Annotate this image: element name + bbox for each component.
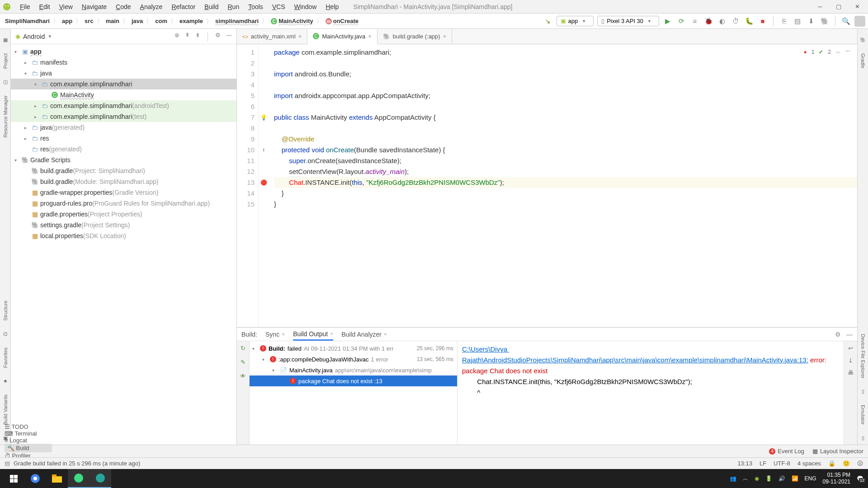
- soft-wrap-icon[interactable]: ↩: [848, 345, 853, 352]
- coverage-icon[interactable]: ◐: [717, 16, 727, 26]
- tree-settings-icon[interactable]: ⚙: [215, 32, 221, 42]
- debug-icon[interactable]: 🐞: [703, 16, 713, 26]
- apply-code-icon[interactable]: ≡: [690, 16, 700, 26]
- tree-row[interactable]: ▦gradle-wrapper.properties (Gradle Versi…: [11, 187, 236, 198]
- android-tray-icon[interactable]: ◉: [755, 475, 759, 482]
- tree-row[interactable]: ▸🗀com.example.simplinamdhari (androidTes…: [11, 100, 236, 111]
- tree-row[interactable]: ▦proguard-rules.pro (ProGuard Rules for …: [11, 198, 236, 209]
- chrome-icon[interactable]: [24, 469, 46, 488]
- build-tree-row[interactable]: ▾!Build: failed At 09-11-2021 01:34 PM w…: [250, 343, 457, 354]
- app-taskbar-icon[interactable]: [90, 469, 111, 488]
- tree-row[interactable]: 🐘settings.gradle (Project Settings): [11, 220, 236, 230]
- build-panel-settings-icon[interactable]: ⚙: [835, 331, 841, 338]
- wifi-tray-icon[interactable]: 📶: [792, 475, 798, 482]
- run-configuration-combo[interactable]: ▣ app ▼: [557, 16, 594, 26]
- filter-icon[interactable]: ✎: [241, 359, 245, 366]
- breadcrumb[interactable]: SimpliNamdhari〉app〉src〉main〉java〉com〉exa…: [3, 17, 361, 26]
- tray-expand-icon[interactable]: ︿: [743, 475, 748, 483]
- crumb-com[interactable]: com: [153, 17, 170, 25]
- code-editor[interactable]: 123456789101112131415 💡↑🔴 package com.ex…: [237, 44, 857, 327]
- tree-row[interactable]: 🐘build.gradle (Module: SimpliNamdhari.ap…: [11, 176, 236, 187]
- tree-row[interactable]: ▸🗀res: [11, 133, 236, 144]
- tree-row[interactable]: ▸🗀manifests: [11, 57, 236, 68]
- editor-tab[interactable]: 🐘build.gradle (:app)×: [377, 29, 452, 44]
- vcs-icon[interactable]: ⎘: [779, 16, 789, 26]
- menu-build[interactable]: Build: [200, 2, 223, 12]
- tool-build[interactable]: 🔨 Build: [5, 444, 52, 452]
- language-tray[interactable]: ENG: [805, 475, 816, 482]
- lock-icon[interactable]: 🔒: [828, 460, 835, 467]
- project-tab-icon[interactable]: ▦: [3, 37, 8, 43]
- frown-icon[interactable]: ☹: [857, 460, 863, 467]
- run-icon[interactable]: ▶: [663, 16, 673, 26]
- build-panel-hide-icon[interactable]: —: [846, 331, 853, 338]
- build-tab-buildanalyzer[interactable]: Build Analyzer ×: [341, 331, 387, 338]
- apply-changes-icon[interactable]: ⟳: [676, 16, 686, 26]
- build-tab-sync[interactable]: Sync ×: [265, 331, 285, 338]
- menu-edit[interactable]: Edit: [35, 2, 55, 12]
- tree-row[interactable]: ▦gradle.properties (Project Properties): [11, 209, 236, 220]
- sync-icon[interactable]: 🐘: [820, 16, 830, 26]
- menu-refactor[interactable]: Refactor: [167, 2, 200, 12]
- build-tree-row[interactable]: ▾📄MainActivity.java app\src\main\java\co…: [250, 365, 457, 375]
- tree-row[interactable]: ▸🗀java (generated): [11, 122, 236, 133]
- volume-tray-icon[interactable]: 🔊: [778, 475, 785, 482]
- structure-tab[interactable]: Structure: [3, 300, 8, 321]
- next-highlight-icon[interactable]: ﹀: [845, 48, 851, 56]
- layout-inspector-button[interactable]: ▦ Layout Inspector: [812, 448, 863, 455]
- minimize-button[interactable]: ─: [816, 3, 824, 10]
- close-tab-icon[interactable]: ×: [298, 33, 302, 40]
- menu-vcs[interactable]: VCS: [268, 2, 290, 12]
- structure-icon[interactable]: ⌬: [3, 331, 8, 337]
- tree-row[interactable]: ▦local.properties (SDK Location): [11, 230, 236, 241]
- android-studio-taskbar-icon[interactable]: [68, 469, 90, 488]
- project-tab[interactable]: Project: [3, 53, 8, 69]
- print-icon[interactable]: 🖶: [848, 369, 854, 376]
- user-avatar-icon[interactable]: [854, 16, 865, 27]
- tree-row[interactable]: ▾🗀java: [11, 68, 236, 79]
- crumb-SimpliNamdhari[interactable]: SimpliNamdhari: [3, 17, 52, 25]
- tree-row[interactable]: 🐘build.gradle (Project: SimpliNamdhari): [11, 165, 236, 176]
- smiley-icon[interactable]: 🙂: [843, 460, 850, 467]
- device-file-icon[interactable]: ▯: [862, 389, 864, 394]
- tool-terminal[interactable]: ⌨ Terminal: [5, 430, 52, 437]
- build-tree-row[interactable]: !package Chat does not exist :13: [250, 375, 457, 386]
- build-hammer-icon[interactable]: ↘: [543, 16, 553, 26]
- emulator-tab[interactable]: Emulator: [860, 405, 866, 425]
- taskbar-clock[interactable]: 01:35 PM 09-11-2021: [823, 472, 850, 485]
- tree-row[interactable]: ▾🗀com.example.simplinamdhari: [11, 79, 236, 89]
- crumb-src[interactable]: src: [82, 17, 96, 25]
- crumb-simplinamdhari[interactable]: simplinamdhari: [213, 17, 261, 25]
- menu-run[interactable]: Run: [223, 2, 244, 12]
- resource-manager-tab[interactable]: Resource Manager: [3, 95, 8, 138]
- menu-help[interactable]: Help: [321, 2, 343, 12]
- build-tree[interactable]: ▾!Build: failed At 09-11-2021 01:34 PM w…: [250, 341, 458, 445]
- people-tray-icon[interactable]: 👥: [730, 475, 736, 482]
- collapse-icon[interactable]: ⇞: [185, 32, 190, 42]
- tree-row[interactable]: ▸🗀com.example.simplinamdhari (test): [11, 111, 236, 122]
- device-combo[interactable]: ▯ Pixel 3 API 30 ▼: [597, 16, 659, 26]
- editor-tab[interactable]: <>activity_main.xml×: [237, 29, 307, 44]
- tool-logcat[interactable]: ≡ Logcat: [5, 437, 52, 444]
- crumb-example[interactable]: example: [177, 17, 205, 25]
- build-variants-tab[interactable]: Build Variants: [3, 394, 8, 425]
- close-button[interactable]: ✕: [854, 3, 861, 10]
- build-output[interactable]: C:\Users\Divya Rajath\AndroidStudioProje…: [458, 341, 844, 445]
- tree-body[interactable]: ▾▣app▸🗀manifests▾🗀java▾🗀com.example.simp…: [11, 44, 236, 445]
- error-indicator-tray[interactable]: ●1 ✔2 ︿ ﹀: [803, 48, 851, 56]
- scroll-end-icon[interactable]: ⤓: [848, 357, 853, 364]
- attach-debugger-icon[interactable]: 🐛: [744, 16, 754, 26]
- tree-row[interactable]: ▾🐘Gradle Scripts: [11, 155, 236, 165]
- error-file-link[interactable]: C:\Users\Divya Rajath\AndroidStudioProje…: [462, 345, 808, 364]
- tree-view-label[interactable]: Android: [23, 33, 45, 40]
- profile-icon[interactable]: ⏱: [731, 16, 741, 26]
- menu-file[interactable]: File: [15, 2, 35, 12]
- file-explorer-icon[interactable]: [46, 469, 68, 488]
- expand-icon[interactable]: ⇟: [195, 32, 200, 42]
- crumb-onCreate[interactable]: monCreate: [323, 17, 361, 26]
- event-log-button[interactable]: 4 Event Log: [769, 448, 804, 455]
- indent-setting[interactable]: 4 spaces: [797, 460, 821, 467]
- gradle-tab-icon[interactable]: 🐘: [860, 37, 866, 43]
- rerun-icon[interactable]: ↻: [241, 345, 245, 352]
- build-tree-row[interactable]: ▾!:app:compileDebugJavaWithJavac 1 error…: [250, 354, 457, 365]
